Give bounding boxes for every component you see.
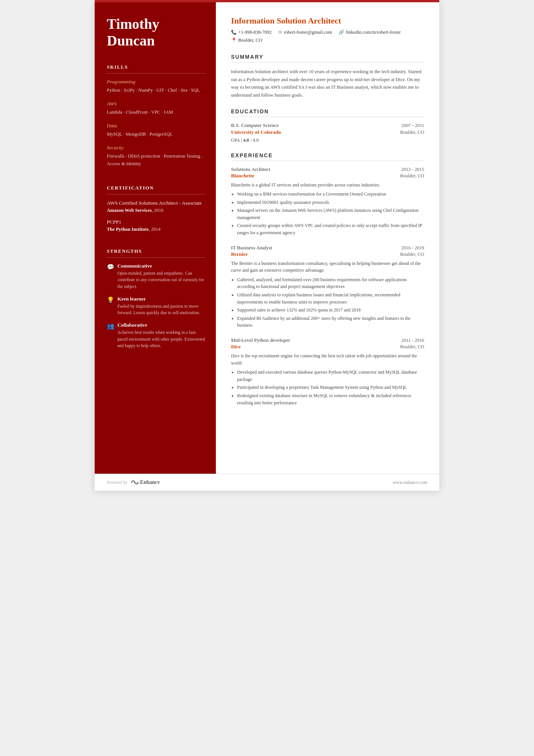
resume-body: Timothy Duncan SKILLS Programming Python… — [95, 2, 439, 474]
phone-icon: 📞 — [231, 30, 237, 35]
cert-name-pcpp: PCPP1 — [107, 219, 205, 226]
strengths-title: STRENGTHS — [107, 248, 205, 254]
exp-item-bernier: IT Business Analyst 2016 - 2019 Bernier … — [231, 245, 424, 329]
education-section: EDUCATION B.S. Computer Science 2007 - 2… — [231, 108, 424, 143]
strength-item-collaborative: 👥 Collaborative Achieves best results wh… — [107, 322, 205, 349]
edu-years: 2007 - 2011 — [401, 123, 424, 128]
exp-bullet: Participated in developing a proprietary… — [237, 384, 424, 391]
strength-title-communicative: Communicative — [117, 263, 205, 269]
certification-divider — [107, 194, 205, 194]
skills-divider — [107, 73, 205, 74]
skill-group-programming: Programming Python · SciPy · NumPy · GIT… — [107, 79, 205, 94]
enhancv-svg-icon — [131, 479, 139, 485]
phone-contact: 📞 +1-998-838-7092 — [231, 30, 272, 35]
main-header: Information Solution Architect 📞 +1-998-… — [231, 16, 424, 45]
location-text: Boulder, CO — [238, 38, 262, 43]
skill-items-security: Firewalls · DDoS protection · Penetratio… — [107, 152, 205, 167]
exp-bullet: Supported sales to achieve 132% and 162%… — [237, 307, 424, 314]
skill-group-name-programming: Programming — [107, 79, 205, 85]
phone-text: +1-998-838-7092 — [238, 30, 272, 35]
main-content: Information Solution Architect 📞 +1-998-… — [216, 2, 439, 474]
exp-title-bernier: IT Business Analyst — [231, 245, 272, 251]
exp-bullets-dice: Developed and executed various database … — [237, 369, 424, 406]
skill-items-programming: Python · SciPy · NumPy · GIT · Chef · Ji… — [107, 86, 205, 94]
exp-years-dice: 2011 - 2016 — [401, 338, 424, 343]
strengths-divider — [107, 257, 205, 258]
exp-item-blanchette: Solutions Architect 2013 - 2015 Blanchet… — [231, 166, 424, 236]
footer-website: www.enhancv.com — [393, 480, 427, 485]
strengths-section: STRENGTHS 💬 Communicative Open-minded, p… — [107, 248, 205, 355]
edu-school-row: University of Colorado Boulder, CO — [231, 129, 424, 136]
edu-location: Boulder, CO — [400, 130, 424, 135]
experience-section: EXPERIENCE Solutions Architect 2013 - 20… — [231, 152, 424, 415]
edu-school: University of Colorado — [231, 129, 281, 135]
enhancv-logo: Enhancv — [131, 479, 160, 485]
skill-group-name-aws: AWS — [107, 101, 205, 107]
exp-bullet: Implemented ISO9001 quality assurance pr… — [237, 199, 424, 206]
cert-name-aws: AWS Certified Solutions Architect - Asso… — [107, 200, 205, 207]
education-divider — [231, 117, 424, 117]
exp-header-blanchette: Solutions Architect 2013 - 2015 — [231, 166, 424, 172]
email-icon: ✉ — [278, 30, 282, 35]
skills-section: SKILLS Programming Python · SciPy · NumP… — [107, 64, 205, 174]
certification-title: CERTIFICATION — [107, 185, 205, 191]
cert-issuer-aws: Amazon Web Services, 2016 — [107, 208, 205, 213]
exp-company-blanchette: Blanchette — [231, 173, 255, 179]
exp-desc-blanchette: Blanchette is a global IT services and s… — [231, 182, 424, 189]
certification-section: CERTIFICATION AWS Certified Solutions Ar… — [107, 185, 205, 238]
exp-bullet: Working on a $9M services transformation… — [237, 191, 424, 198]
exp-bullet: Utilized data analysis to explain busine… — [237, 291, 424, 305]
skill-group-name-security: Security — [107, 145, 205, 151]
exp-bullet: Redesigned existing database structure i… — [237, 392, 424, 406]
skill-items-data: MySQL · MongoDB · PostgreSQL — [107, 130, 205, 138]
exp-header-bernier: IT Business Analyst 2016 - 2019 — [231, 245, 424, 251]
skill-group-aws: AWS Lambda · CloudFront · VPC · IAM — [107, 101, 205, 116]
exp-item-dice: Mid-Level Python developer 2011 - 2016 D… — [231, 337, 424, 406]
exp-company-dice: Dice — [231, 344, 240, 350]
summary-text: Information Solution architect with over… — [231, 68, 424, 99]
strength-item-communicative: 💬 Communicative Open-minded, patient and… — [107, 263, 205, 290]
candidate-name: Timothy Duncan — [107, 16, 205, 49]
summary-divider — [231, 62, 424, 63]
linkedin-contact: 🔗 linkedin.com/in/robert-foster — [339, 30, 401, 35]
exp-bullet: Created security groups within AWS VPC a… — [237, 222, 424, 236]
experience-title: EXPERIENCE — [231, 152, 424, 158]
exp-header-dice: Mid-Level Python developer 2011 - 2016 — [231, 337, 424, 343]
exp-company-row-bernier: Bernier Boulder, CO — [231, 251, 424, 258]
footer: Powered by Enhancv www.enhancv.com — [95, 474, 439, 491]
exp-company-row-blanchette: Blanchette Boulder, CO — [231, 173, 424, 179]
exp-title-blanchette: Solutions Architect — [231, 166, 270, 172]
strength-desc-communicative: Open-minded, patient and empathetic. Can… — [117, 270, 205, 290]
exp-years-bernier: 2016 - 2019 — [401, 245, 424, 251]
exp-desc-dice: Dice is the top recruitment engine for c… — [231, 352, 424, 366]
experience-divider — [231, 161, 424, 161]
powered-by-text: Powered by — [107, 480, 128, 485]
exp-bullets-bernier: Gathered, analyzed, and formulated over … — [237, 276, 424, 329]
footer-logo: Powered by Enhancv — [107, 479, 160, 485]
exp-desc-bernier: The Bernier is a business transformation… — [231, 260, 424, 274]
exp-years-blanchette: 2013 - 2015 — [401, 167, 424, 172]
edu-degree-row: B.S. Computer Science 2007 - 2011 — [231, 122, 424, 128]
email-text: robert-foster@gmail.com — [284, 30, 332, 35]
communicative-icon: 💬 — [107, 263, 114, 271]
strength-item-learner: 💡 Keen learner Fueled by inquisitiveness… — [107, 296, 205, 316]
exp-bullet: Managed servers on the Amazon Web Servic… — [237, 207, 424, 221]
summary-section: SUMMARY Information Solution architect w… — [231, 54, 424, 99]
skills-title: SKILLS — [107, 64, 205, 70]
cert-issuer-pcpp: The Python Institute, 2014 — [107, 227, 205, 232]
collaborative-icon: 👥 — [107, 322, 114, 330]
email-contact: ✉ robert-foster@gmail.com — [278, 30, 332, 35]
exp-location-dice: Boulder, CO — [400, 344, 424, 350]
summary-title: SUMMARY — [231, 54, 424, 60]
edu-gpa: GPA | 4.0 / 4.0 — [231, 138, 424, 143]
linkedin-text: linkedin.com/in/robert-foster — [346, 30, 401, 35]
exp-location-bernier: Boulder, CO — [400, 252, 424, 257]
strength-title-learner: Keen learner — [117, 296, 205, 302]
skill-group-name-data: Data — [107, 123, 205, 129]
exp-bullet: Expanded BI Audience by an additional 20… — [237, 315, 424, 329]
exp-location-blanchette: Boulder, CO — [400, 173, 424, 179]
exp-title-dice: Mid-Level Python developer — [231, 337, 290, 343]
sidebar: Timothy Duncan SKILLS Programming Python… — [95, 2, 216, 474]
exp-company-bernier: Bernier — [231, 251, 248, 257]
learner-icon: 💡 — [107, 296, 114, 304]
